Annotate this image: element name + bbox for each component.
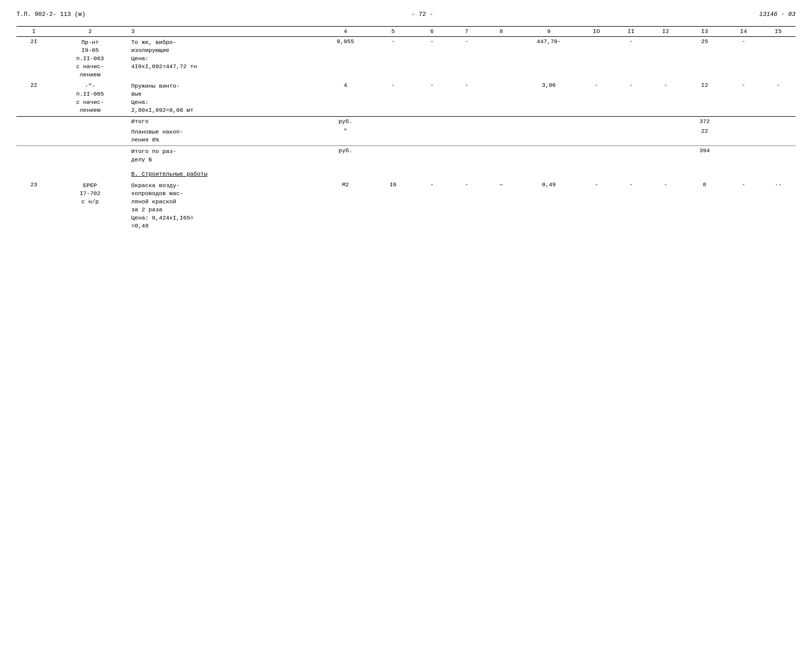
row-23-col6: -	[415, 180, 449, 232]
row-23-col15: ·-	[761, 180, 795, 232]
row-23-col4: M2	[320, 180, 372, 232]
planovye-empty-2	[51, 126, 129, 146]
planovye-11	[614, 126, 648, 146]
col-header-3: 3	[129, 26, 319, 37]
row-22-col6: -	[415, 80, 449, 117]
row-21-col12	[648, 37, 683, 80]
page-header: Т.П. 902-2- 113 (м) - 72 - 13146 · 03	[17, 11, 795, 18]
table-row: 22 -"-п.II-065с начис-лением Пружины вин…	[17, 80, 795, 117]
summary-itogo-9	[518, 117, 579, 126]
col-header-12: I2	[648, 26, 683, 37]
razdel-b-unit: руб.	[320, 146, 372, 165]
col-header-9: 9	[518, 26, 579, 37]
col-header-4: 4	[320, 26, 372, 37]
col-header-2: 2	[51, 26, 129, 37]
section-header-text: В. Строительные работы	[129, 165, 795, 180]
row-22-col5: -	[372, 80, 415, 117]
row-22-col12: -	[648, 80, 683, 117]
row-21-col7: -	[449, 37, 484, 80]
summary-empty-1	[17, 117, 51, 126]
row-21-col13: 25	[683, 37, 726, 80]
row-21-col9: 447,70-	[518, 37, 579, 80]
row-22-col13: I2	[683, 80, 726, 117]
razdel-b-8	[484, 146, 518, 165]
col-header-11: II	[614, 26, 648, 37]
row-23-col14: -	[726, 180, 761, 232]
summary-itogo-value: 372	[683, 117, 726, 126]
col-header-15: I5	[761, 26, 795, 37]
razdel-b-value: 394	[683, 146, 726, 165]
row-22-col9: 3,06	[518, 80, 579, 117]
row-number-23: 23	[17, 180, 51, 232]
razdel-b-empty-1	[17, 146, 51, 165]
summary-empty-2	[51, 117, 129, 126]
row-23-col11: -	[614, 180, 648, 232]
row-number-22: 22	[17, 80, 51, 117]
row-21-col14: -	[726, 37, 761, 80]
razdel-b-7	[449, 146, 484, 165]
row-23-col2: ЕРЕРI7-702с н/р	[51, 180, 129, 232]
razdel-b-label: Итого по раз-делу Б	[129, 146, 319, 165]
summary-row-itogo: Итого руб. 372	[17, 117, 795, 126]
row-22-col4: 4	[320, 80, 372, 117]
summary-itogo-7	[449, 117, 484, 126]
col-header-5: 5	[372, 26, 415, 37]
row-23-col12: -	[648, 180, 683, 232]
planovye-label: Плановые накоп-ления 6%	[129, 126, 319, 146]
planovye-8	[484, 126, 518, 146]
section-header-underline: В. Строительные работы	[131, 171, 207, 177]
col-header-10: IO	[579, 26, 614, 37]
table-row-23: 23 ЕРЕРI7-702с н/р Окраска возду-хопрово…	[17, 180, 795, 232]
summary-itogo-5	[372, 117, 415, 126]
razdel-b-11	[614, 146, 648, 165]
row-23-col8: —	[484, 180, 518, 232]
razdel-b-10	[579, 146, 614, 165]
row-23-col5: I6	[372, 180, 415, 232]
row-21-col5: -	[372, 37, 415, 80]
table-row: 2I Пр-нтI9-05п.II-063с начис-лением То ж…	[17, 37, 795, 80]
row-23-col3: Окраска возду-хопроводов мас-ляной краск…	[129, 180, 319, 232]
col-header-6: 6	[415, 26, 449, 37]
summary-itogo-12	[648, 117, 683, 126]
summary-itogo-unit: руб.	[320, 117, 372, 126]
header-center: - 72 -	[411, 11, 433, 18]
row-21-col3: То же, вибро-изолирующиеЦена:4I0xI,092=4…	[129, 37, 319, 80]
planovye-5	[372, 126, 415, 146]
main-table: I 2 3 4 5 6 7 8 9 IO II I2 I3 I4 I5 2I П…	[17, 26, 795, 232]
planovye-9	[518, 126, 579, 146]
planovye-10	[579, 126, 614, 146]
summary-itogo-label: Итого	[129, 117, 319, 126]
row-number-21: 2I	[17, 37, 51, 80]
row-23-col9: 0,49	[518, 180, 579, 232]
summary-itogo-8	[484, 117, 518, 126]
header-right: 13146 · 03	[759, 11, 795, 18]
planovye-6	[415, 126, 449, 146]
row-23-col13: 8	[683, 180, 726, 232]
razdel-b-empty-2	[51, 146, 129, 165]
row-21-col10	[579, 37, 614, 80]
col-header-7: 7	[449, 26, 484, 37]
col-header-14: I4	[726, 26, 761, 37]
col-header-13: I3	[683, 26, 726, 37]
row-22-col10: -	[579, 80, 614, 117]
planovye-value: 22	[683, 126, 726, 146]
row-23-col7: -	[449, 180, 484, 232]
row-21-col4: 0,055	[320, 37, 372, 80]
row-21-col11: -	[614, 37, 648, 80]
summary-itogo-10	[579, 117, 614, 126]
row-22-col2: -"-п.II-065с начис-лением	[51, 80, 129, 117]
row-22-col11: ·	[614, 80, 648, 117]
column-header-row: I 2 3 4 5 6 7 8 9 IO II I2 I3 I4 I5	[17, 26, 795, 37]
section-header-empty-2	[51, 165, 129, 180]
planovye-14	[726, 126, 761, 146]
header-left: Т.П. 902-2- 113 (м)	[17, 11, 85, 18]
section-header-empty-1	[17, 165, 51, 180]
planovye-12	[648, 126, 683, 146]
row-22-col15: -	[761, 80, 795, 117]
razdel-b-9	[518, 146, 579, 165]
razdel-b-6	[415, 146, 449, 165]
row-21-col15	[761, 37, 795, 80]
row-22-col3: Пружины винто-выеЦена:2,80xI,092=8,06 мт	[129, 80, 319, 117]
summary-itogo-14	[726, 117, 761, 126]
razdel-b-15	[761, 146, 795, 165]
